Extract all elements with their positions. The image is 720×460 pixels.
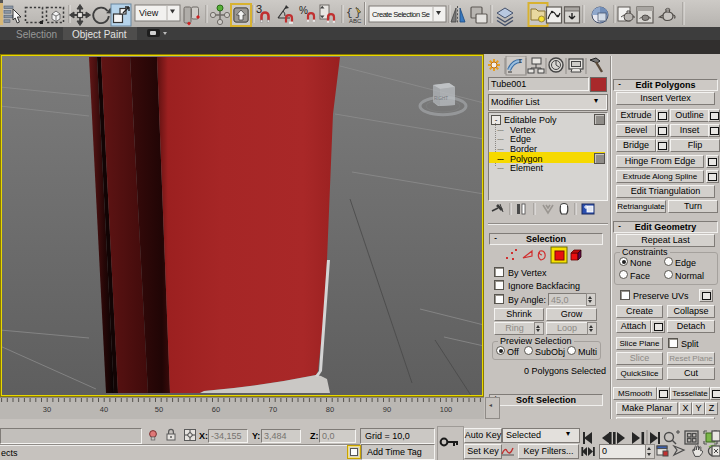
- svg-text:30: 30: [43, 405, 51, 414]
- svg-text:%: %: [299, 5, 308, 16]
- svg-text:View: View: [139, 8, 159, 18]
- svg-text:RIGHT: RIGHT: [434, 96, 448, 101]
- svg-text:80: 80: [326, 405, 334, 414]
- svg-text:50: 50: [155, 405, 163, 414]
- svg-text:60: 60: [212, 405, 220, 414]
- svg-text:Create Selection Se: Create Selection Se: [372, 10, 430, 19]
- svg-text:90: 90: [383, 405, 391, 414]
- svg-text:100: 100: [440, 405, 453, 414]
- svg-text:ABC: ABC: [349, 18, 362, 24]
- svg-text:40: 40: [100, 405, 108, 414]
- svg-text:70: 70: [269, 405, 277, 414]
